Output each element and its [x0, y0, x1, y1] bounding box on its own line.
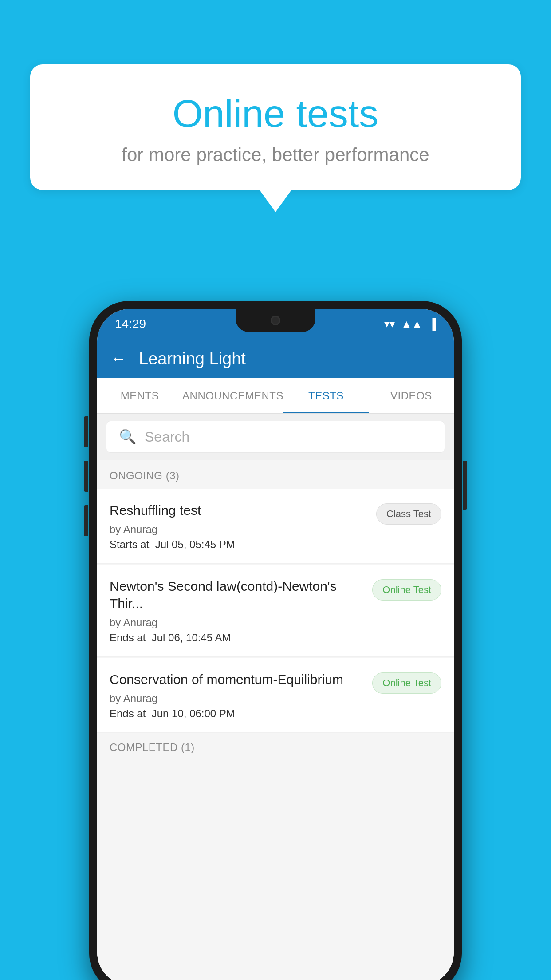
badge-online-test-2: Online Test	[372, 579, 441, 601]
phone-frame: 14:29 ▾▾ ▲▲ ▐ ← Learning Light MENTS	[89, 301, 462, 980]
app-header: ← Learning Light	[97, 339, 454, 378]
volume-down-button	[84, 461, 88, 492]
ongoing-section-title: ONGOING (3)	[110, 470, 180, 482]
test-title-2: Newton's Second law(contd)-Newton's Thir…	[110, 577, 365, 612]
speech-bubble-arrow	[260, 190, 291, 212]
test-author-2: by Anurag	[110, 616, 365, 629]
search-placeholder: Search	[145, 429, 189, 445]
test-date-1: Starts at Jul 05, 05:45 PM	[110, 538, 369, 551]
content-area: ONGOING (3) Reshuffling test by Anurag S…	[97, 460, 454, 980]
completed-section-title: COMPLETED (1)	[110, 741, 195, 753]
search-container: 🔍 Search	[97, 414, 454, 460]
silent-button	[84, 505, 88, 536]
test-author-3: by Anurag	[110, 692, 365, 705]
tab-ments[interactable]: MENTS	[97, 378, 182, 413]
tab-announcements[interactable]: ANNOUNCEMENTS	[182, 378, 283, 413]
test-title-1: Reshuffling test	[110, 502, 369, 519]
test-item-1[interactable]: Reshuffling test by Anurag Starts at Jul…	[97, 489, 454, 564]
speech-bubble-title: Online tests	[61, 91, 490, 136]
test-date-3: Ends at Jun 10, 06:00 PM	[110, 707, 365, 720]
badge-class-test-1: Class Test	[376, 503, 441, 525]
speech-bubble-container: Online tests for more practice, better p…	[30, 64, 521, 212]
tab-videos[interactable]: VIDEOS	[369, 378, 454, 413]
power-button	[463, 461, 467, 510]
status-icons: ▾▾ ▲▲ ▐	[384, 318, 436, 330]
test-item-2[interactable]: Newton's Second law(contd)-Newton's Thir…	[97, 565, 454, 657]
back-button[interactable]: ←	[110, 349, 126, 368]
tabs-container: MENTS ANNOUNCEMENTS TESTS VIDEOS	[97, 378, 454, 414]
badge-online-test-3: Online Test	[372, 672, 441, 694]
phone-screen: 14:29 ▾▾ ▲▲ ▐ ← Learning Light MENTS	[97, 309, 454, 980]
app-title: Learning Light	[139, 349, 246, 368]
speech-bubble: Online tests for more practice, better p…	[30, 64, 521, 190]
test-title-3: Conservation of momentum-Equilibrium	[110, 671, 365, 688]
test-author-1: by Anurag	[110, 523, 369, 536]
wifi-icon: ▾▾	[384, 318, 395, 330]
completed-section-header: COMPLETED (1)	[97, 734, 454, 758]
ongoing-section-header: ONGOING (3)	[97, 460, 454, 489]
test-info-1: Reshuffling test by Anurag Starts at Jul…	[110, 502, 369, 551]
status-time: 14:29	[115, 317, 146, 331]
test-date-2: Ends at Jul 06, 10:45 AM	[110, 632, 365, 644]
battery-icon: ▐	[429, 318, 436, 330]
volume-up-button	[84, 416, 88, 447]
phone-container: 14:29 ▾▾ ▲▲ ▐ ← Learning Light MENTS	[89, 301, 462, 980]
search-bar[interactable]: 🔍 Search	[106, 421, 445, 453]
search-icon: 🔍	[119, 428, 137, 445]
test-info-2: Newton's Second law(contd)-Newton's Thir…	[110, 577, 365, 644]
signal-icon: ▲▲	[401, 318, 422, 330]
test-item-3[interactable]: Conservation of momentum-Equilibrium by …	[97, 658, 454, 733]
speech-bubble-subtitle: for more practice, better performance	[61, 144, 490, 166]
test-info-3: Conservation of momentum-Equilibrium by …	[110, 671, 365, 720]
front-camera	[271, 316, 280, 325]
phone-notch	[236, 309, 315, 332]
tab-tests[interactable]: TESTS	[283, 378, 369, 413]
